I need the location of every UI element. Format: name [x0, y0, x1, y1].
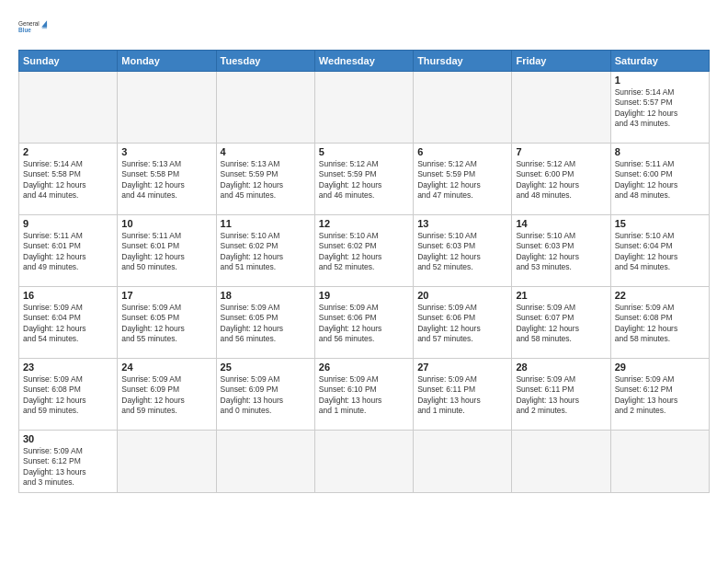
- day-info: Sunrise: 5:11 AM Sunset: 6:01 PM Dayligh…: [121, 231, 211, 273]
- day-info: Sunrise: 5:09 AM Sunset: 6:05 PM Dayligh…: [121, 303, 211, 345]
- day-info: Sunrise: 5:09 AM Sunset: 6:12 PM Dayligh…: [615, 374, 705, 417]
- calendar-cell: [414, 72, 512, 144]
- calendar-cell: 7Sunrise: 5:12 AM Sunset: 6:00 PM Daylig…: [512, 144, 610, 215]
- calendar-cell: 10Sunrise: 5:11 AM Sunset: 6:01 PM Dayli…: [118, 215, 216, 287]
- day-number: 29: [615, 362, 705, 373]
- calendar-cell: 23Sunrise: 5:09 AM Sunset: 6:08 PM Dayli…: [19, 359, 118, 431]
- day-info: Sunrise: 5:10 AM Sunset: 6:04 PM Dayligh…: [615, 231, 705, 273]
- day-number: 21: [516, 290, 606, 301]
- day-info: Sunrise: 5:13 AM Sunset: 5:59 PM Dayligh…: [221, 159, 311, 201]
- day-info: Sunrise: 5:09 AM Sunset: 6:06 PM Dayligh…: [319, 303, 409, 345]
- day-info: Sunrise: 5:10 AM Sunset: 6:03 PM Dayligh…: [516, 231, 606, 273]
- day-info: Sunrise: 5:09 AM Sunset: 6:08 PM Dayligh…: [23, 374, 113, 417]
- day-info: Sunrise: 5:09 AM Sunset: 6:11 PM Dayligh…: [417, 374, 507, 417]
- day-number: 11: [221, 218, 311, 229]
- day-info: Sunrise: 5:09 AM Sunset: 6:09 PM Dayligh…: [121, 374, 211, 417]
- day-number: 4: [221, 146, 311, 157]
- day-info: Sunrise: 5:12 AM Sunset: 5:59 PM Dayligh…: [417, 159, 507, 201]
- day-info: Sunrise: 5:09 AM Sunset: 6:04 PM Dayligh…: [23, 303, 113, 345]
- day-number: 6: [417, 146, 507, 157]
- calendar-cell: 14Sunrise: 5:10 AM Sunset: 6:03 PM Dayli…: [512, 215, 610, 287]
- calendar-cell: [512, 72, 610, 144]
- day-number: 26: [319, 362, 409, 373]
- calendar-cell: 17Sunrise: 5:09 AM Sunset: 6:05 PM Dayli…: [118, 287, 216, 359]
- calendar-cell: [414, 431, 512, 493]
- calendar-cell: [216, 431, 314, 493]
- calendar-weekday-header: Tuesday: [216, 51, 314, 72]
- day-number: 28: [516, 362, 606, 373]
- calendar-cell: 20Sunrise: 5:09 AM Sunset: 6:06 PM Dayli…: [414, 287, 512, 359]
- day-info: Sunrise: 5:09 AM Sunset: 6:06 PM Dayligh…: [417, 303, 507, 345]
- day-info: Sunrise: 5:13 AM Sunset: 5:58 PM Dayligh…: [121, 159, 211, 201]
- day-number: 15: [615, 218, 705, 229]
- logo: GeneralBlue: [18, 15, 48, 40]
- calendar-cell: 5Sunrise: 5:12 AM Sunset: 5:59 PM Daylig…: [314, 144, 413, 215]
- day-info: Sunrise: 5:11 AM Sunset: 6:01 PM Dayligh…: [23, 231, 113, 273]
- day-number: 3: [121, 146, 211, 157]
- calendar-weekday-header: Sunday: [19, 51, 118, 72]
- day-info: Sunrise: 5:09 AM Sunset: 6:09 PM Dayligh…: [221, 374, 311, 417]
- calendar-cell: 15Sunrise: 5:10 AM Sunset: 6:04 PM Dayli…: [610, 215, 709, 287]
- calendar-cell: 22Sunrise: 5:09 AM Sunset: 6:08 PM Dayli…: [610, 287, 709, 359]
- calendar-weekday-header: Wednesday: [314, 51, 413, 72]
- day-number: 7: [516, 146, 606, 157]
- calendar-cell: 1Sunrise: 5:14 AM Sunset: 5:57 PM Daylig…: [610, 72, 709, 144]
- calendar-weekday-header: Saturday: [610, 51, 709, 72]
- day-number: 14: [516, 218, 606, 229]
- calendar-cell: 18Sunrise: 5:09 AM Sunset: 6:05 PM Dayli…: [216, 287, 314, 359]
- day-number: 16: [23, 290, 113, 301]
- day-info: Sunrise: 5:12 AM Sunset: 6:00 PM Dayligh…: [516, 159, 606, 201]
- calendar-cell: [19, 72, 118, 144]
- day-number: 27: [417, 362, 507, 373]
- day-info: Sunrise: 5:14 AM Sunset: 5:58 PM Dayligh…: [23, 159, 113, 201]
- day-info: Sunrise: 5:09 AM Sunset: 6:10 PM Dayligh…: [319, 374, 409, 417]
- calendar-table: SundayMondayTuesdayWednesdayThursdayFrid…: [18, 50, 710, 493]
- calendar-cell: 19Sunrise: 5:09 AM Sunset: 6:06 PM Dayli…: [314, 287, 413, 359]
- calendar-cell: [314, 72, 413, 144]
- calendar-cell: 3Sunrise: 5:13 AM Sunset: 5:58 PM Daylig…: [118, 144, 216, 215]
- calendar-cell: [512, 431, 610, 493]
- day-info: Sunrise: 5:10 AM Sunset: 6:02 PM Dayligh…: [319, 231, 409, 273]
- day-info: Sunrise: 5:09 AM Sunset: 6:07 PM Dayligh…: [516, 303, 606, 345]
- calendar-cell: 8Sunrise: 5:11 AM Sunset: 6:00 PM Daylig…: [610, 144, 709, 215]
- calendar-cell: 27Sunrise: 5:09 AM Sunset: 6:11 PM Dayli…: [414, 359, 512, 431]
- day-info: Sunrise: 5:09 AM Sunset: 6:11 PM Dayligh…: [516, 374, 606, 417]
- day-info: Sunrise: 5:10 AM Sunset: 6:03 PM Dayligh…: [417, 231, 507, 273]
- calendar-weekday-header: Thursday: [414, 51, 512, 72]
- calendar-cell: [610, 431, 709, 493]
- calendar-cell: 12Sunrise: 5:10 AM Sunset: 6:02 PM Dayli…: [314, 215, 413, 287]
- calendar-cell: 9Sunrise: 5:11 AM Sunset: 6:01 PM Daylig…: [19, 215, 118, 287]
- day-number: 30: [23, 433, 113, 444]
- day-number: 13: [417, 218, 507, 229]
- calendar-cell: [118, 431, 216, 493]
- day-number: 22: [615, 290, 705, 301]
- calendar-cell: 4Sunrise: 5:13 AM Sunset: 5:59 PM Daylig…: [216, 144, 314, 215]
- day-info: Sunrise: 5:09 AM Sunset: 6:05 PM Dayligh…: [221, 303, 311, 345]
- day-info: Sunrise: 5:14 AM Sunset: 5:57 PM Dayligh…: [615, 87, 705, 130]
- day-number: 12: [319, 218, 409, 229]
- calendar-cell: 11Sunrise: 5:10 AM Sunset: 6:02 PM Dayli…: [216, 215, 314, 287]
- svg-text:Blue: Blue: [18, 27, 31, 33]
- day-info: Sunrise: 5:09 AM Sunset: 6:08 PM Dayligh…: [615, 303, 705, 345]
- day-number: 10: [121, 218, 211, 229]
- calendar-cell: [314, 431, 413, 493]
- day-info: Sunrise: 5:10 AM Sunset: 6:02 PM Dayligh…: [221, 231, 311, 273]
- day-number: 9: [23, 218, 113, 229]
- calendar-cell: 21Sunrise: 5:09 AM Sunset: 6:07 PM Dayli…: [512, 287, 610, 359]
- calendar-cell: [216, 72, 314, 144]
- calendar-weekday-header: Friday: [512, 51, 610, 72]
- day-number: 2: [23, 146, 113, 157]
- calendar-cell: 13Sunrise: 5:10 AM Sunset: 6:03 PM Dayli…: [414, 215, 512, 287]
- day-number: 5: [319, 146, 409, 157]
- day-number: 1: [615, 75, 705, 86]
- calendar-cell: 28Sunrise: 5:09 AM Sunset: 6:11 PM Dayli…: [512, 359, 610, 431]
- day-number: 23: [23, 362, 113, 373]
- calendar-cell: 6Sunrise: 5:12 AM Sunset: 5:59 PM Daylig…: [414, 144, 512, 215]
- calendar-cell: 30Sunrise: 5:09 AM Sunset: 6:12 PM Dayli…: [19, 431, 118, 493]
- calendar-cell: 24Sunrise: 5:09 AM Sunset: 6:09 PM Dayli…: [118, 359, 216, 431]
- calendar-cell: 25Sunrise: 5:09 AM Sunset: 6:09 PM Dayli…: [216, 359, 314, 431]
- day-number: 17: [121, 290, 211, 301]
- calendar-cell: 2Sunrise: 5:14 AM Sunset: 5:58 PM Daylig…: [19, 144, 118, 215]
- generalblue-logo-icon: GeneralBlue: [18, 15, 48, 40]
- day-info: Sunrise: 5:11 AM Sunset: 6:00 PM Dayligh…: [615, 159, 705, 201]
